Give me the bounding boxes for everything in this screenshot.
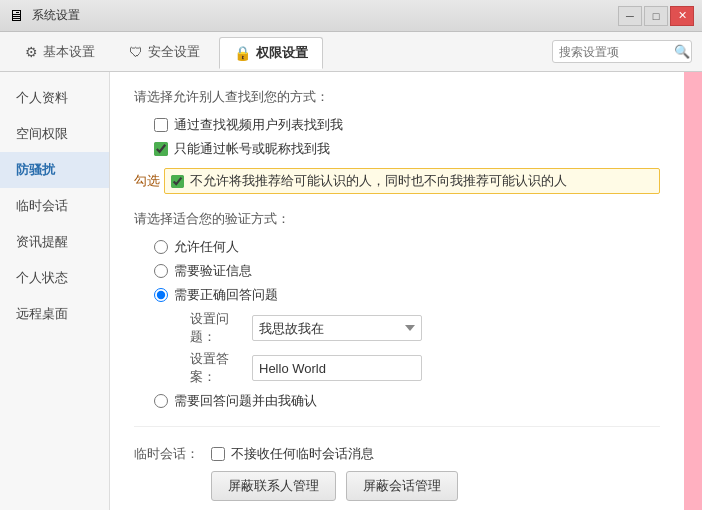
temp-chat-checkbox-row: 不接收任何临时会话消息	[211, 445, 660, 463]
radio4[interactable]	[154, 394, 168, 408]
sidebar-item-remote[interactable]: 远程桌面	[0, 296, 109, 332]
checkbox1-row: 通过查找视频用户列表找到我	[154, 116, 660, 134]
block-label: 请选择允许别人查找到您的方式：	[134, 89, 329, 104]
sidebar-item-notification[interactable]: 资讯提醒	[0, 224, 109, 260]
highlight-label: 勾选	[134, 172, 160, 190]
titlebar-title: 系统设置	[32, 7, 618, 24]
radio2-row: 需要验证信息	[154, 262, 660, 280]
question-label-text: 设置问题：	[190, 310, 246, 346]
radio2[interactable]	[154, 264, 168, 278]
temp-chat-checkbox-label: 不接收任何临时会话消息	[231, 445, 374, 463]
question-select[interactable]: 我思故我在	[252, 315, 422, 341]
sidebar-item-status[interactable]: 个人状态	[0, 260, 109, 296]
radio1-label: 允许任何人	[174, 238, 239, 256]
window-controls: ─ □ ✕	[618, 6, 694, 26]
answer-input[interactable]	[252, 355, 422, 381]
tab-basic[interactable]: ⚙ 基本设置	[10, 36, 110, 68]
minimize-button[interactable]: ─	[618, 6, 642, 26]
gear-icon: ⚙	[25, 44, 38, 60]
content-area: 请选择允许别人查找到您的方式： 通过查找视频用户列表找到我 只能通过帐号或昵称找…	[110, 72, 684, 510]
search-box: 🔍	[552, 40, 692, 63]
temp-chat-section: 临时会话： 不接收任何临时会话消息 屏蔽联系人管理 屏蔽会话管理	[134, 439, 660, 501]
block-section: 请选择允许别人查找到您的方式： 通过查找视频用户列表找到我 只能通过帐号或昵称找…	[134, 88, 660, 410]
radio3[interactable]	[154, 288, 168, 302]
checkbox2-label: 只能通过帐号或昵称找到我	[174, 140, 330, 158]
verify-methods-label: 请选择适合您的验证方式：	[134, 210, 660, 228]
radio2-label: 需要验证信息	[174, 262, 252, 280]
checkbox3[interactable]	[171, 175, 184, 188]
shield-icon: 🛡	[129, 44, 143, 60]
checkbox2[interactable]	[154, 142, 168, 156]
tab-basic-label: 基本设置	[43, 43, 95, 61]
temp-chat-checkbox[interactable]	[211, 447, 225, 461]
pink-area	[684, 72, 702, 510]
checkbox3-label: 不允许将我推荐给可能认识的人，同时也不向我推荐可能认识的人	[190, 172, 567, 190]
divider1	[134, 426, 660, 427]
radio4-label: 需要回答问题并由我确认	[174, 392, 317, 410]
sidebar-item-profile[interactable]: 个人资料	[0, 80, 109, 116]
sidebar-item-space[interactable]: 空间权限	[0, 116, 109, 152]
sidebar: 个人资料 空间权限 防骚扰 临时会话 资讯提醒 个人状态 远程桌面	[0, 72, 110, 510]
tab-permission-label: 权限设置	[256, 44, 308, 62]
app-icon: 🖥	[8, 7, 26, 25]
block-chat-btn[interactable]: 屏蔽会话管理	[346, 471, 458, 501]
tab-permission[interactable]: 🔒 权限设置	[219, 37, 323, 69]
titlebar: 🖥 系统设置 ─ □ ✕	[0, 0, 702, 32]
checkbox1-label: 通过查找视频用户列表找到我	[174, 116, 343, 134]
radio1[interactable]	[154, 240, 168, 254]
main-layout: 个人资料 空间权限 防骚扰 临时会话 资讯提醒 个人状态 远程桌面 请选择允许别…	[0, 72, 702, 510]
maximize-button[interactable]: □	[644, 6, 668, 26]
search-input[interactable]	[559, 45, 674, 59]
radio3-label: 需要正确回答问题	[174, 286, 278, 304]
btn-row: 屏蔽联系人管理 屏蔽会话管理	[211, 471, 660, 501]
checkbox1[interactable]	[154, 118, 168, 132]
radio4-row: 需要回答问题并由我确认	[154, 392, 660, 410]
close-button[interactable]: ✕	[670, 6, 694, 26]
radio3-row: 需要正确回答问题	[154, 286, 660, 304]
tab-security[interactable]: 🛡 安全设置	[114, 36, 215, 68]
sidebar-item-temp-chat[interactable]: 临时会话	[0, 188, 109, 224]
answer-label-text: 设置答案：	[190, 350, 246, 386]
tabbar: ⚙ 基本设置 🛡 安全设置 🔒 权限设置 🔍	[0, 32, 702, 72]
lock-icon: 🔒	[234, 45, 251, 61]
checkbox3-highlight-row: 不允许将我推荐给可能认识的人，同时也不向我推荐可能认识的人	[164, 168, 660, 194]
question-block: 设置问题： 我思故我在 设置答案：	[190, 310, 660, 386]
radio-group: 允许任何人 需要验证信息 需要正确回答问题 设置问题： 我思故我在	[154, 238, 660, 410]
answer-row: 设置答案：	[190, 350, 660, 386]
search-icon: 🔍	[674, 44, 690, 59]
block-contact-btn[interactable]: 屏蔽联系人管理	[211, 471, 336, 501]
tab-security-label: 安全设置	[148, 43, 200, 61]
block-section-title: 请选择允许别人查找到您的方式：	[134, 88, 660, 106]
sidebar-item-block[interactable]: 防骚扰	[0, 152, 109, 188]
radio1-row: 允许任何人	[154, 238, 660, 256]
question-row: 设置问题： 我思故我在	[190, 310, 660, 346]
temp-chat-title: 临时会话：	[134, 445, 199, 463]
checkbox2-row: 只能通过帐号或昵称找到我	[154, 140, 660, 158]
